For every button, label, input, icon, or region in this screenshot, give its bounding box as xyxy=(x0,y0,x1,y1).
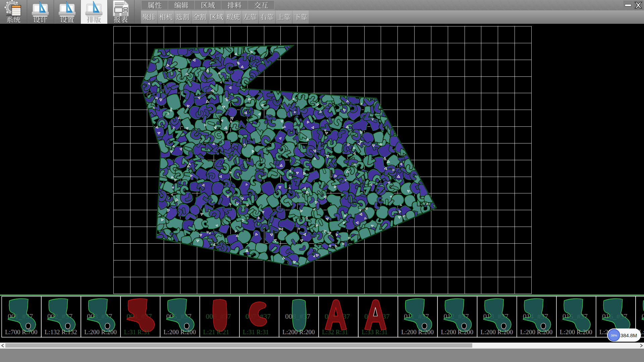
svg-text:L:200 R:200: L:200 R:200 xyxy=(401,328,434,336)
svg-text:L:200 R:200: L:200 R:200 xyxy=(560,328,592,336)
svg-text:L:700 R:700: L:700 R:700 xyxy=(5,328,38,336)
svg-text:L:200 R:200: L:200 R:200 xyxy=(441,328,473,336)
svg-text:384.8M: 384.8M xyxy=(621,333,637,338)
svg-text:L:200 R:200: L:200 R:200 xyxy=(481,328,513,336)
svg-text:L:21 R:21: L:21 R:21 xyxy=(203,328,229,336)
svg-text:L:132 R:132: L:132 R:132 xyxy=(45,328,77,336)
svg-text:L:32 R:31: L:32 R:31 xyxy=(322,328,348,336)
svg-text:L:200 R:200: L:200 R:200 xyxy=(282,328,315,336)
svg-text:L:33 R:31: L:33 R:31 xyxy=(362,328,388,336)
svg-text:L:31 R:31: L:31 R:31 xyxy=(243,328,269,336)
svg-text:L:200 R:200: L:200 R:200 xyxy=(520,328,553,336)
svg-text:38%: 38% xyxy=(611,334,618,337)
svg-text:L:200 R:200: L:200 R:200 xyxy=(84,328,117,336)
svg-text:L:31 R:31: L:31 R:31 xyxy=(124,328,150,336)
svg-text:L:200 R:200: L:200 R:200 xyxy=(164,328,196,336)
